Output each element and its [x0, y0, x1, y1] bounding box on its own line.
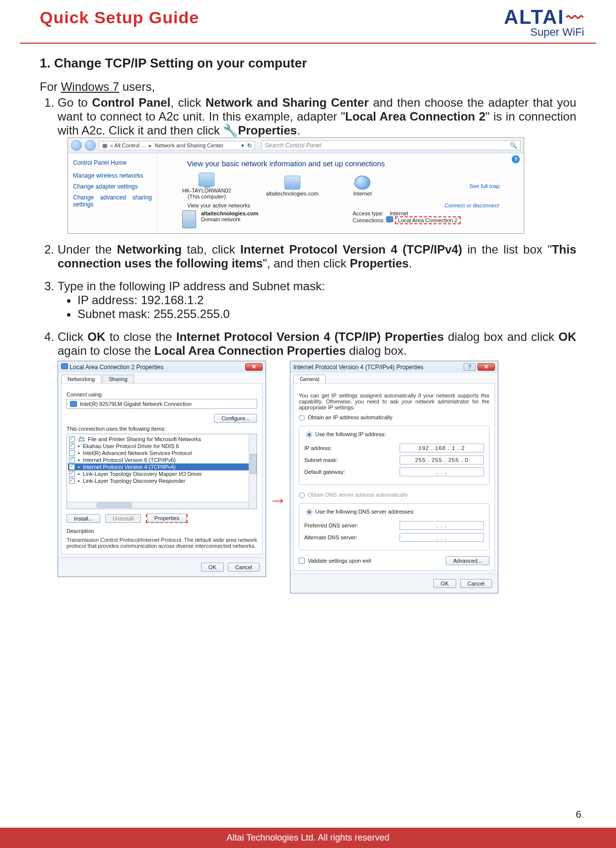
section-heading: 1. Change TCP/IP Setting on your compute… [40, 56, 576, 71]
logo-swoosh-icon: 〰 [566, 10, 584, 26]
computer-icon [199, 173, 214, 187]
main-heading: View your basic network information and … [187, 159, 519, 168]
arrow-icon: → [269, 361, 287, 511]
network-icon [284, 176, 300, 190]
checkbox-icon[interactable] [69, 443, 75, 449]
step-1: Go to Control Panel, click Network and S… [58, 96, 576, 234]
validate-checkbox[interactable] [299, 558, 305, 564]
checkbox-icon[interactable] [69, 450, 75, 456]
configure-button[interactable]: Configure... [214, 414, 257, 423]
view-active-label: View your active networks [187, 202, 250, 208]
checkbox-icon[interactable] [69, 478, 75, 484]
subnet-mask-field[interactable]: 255 . 255 . 255 . 0 [400, 456, 484, 464]
radio-manual-dns[interactable] [306, 509, 312, 515]
info-text: You can get IP settings assigned automat… [299, 392, 489, 410]
checkbox-icon[interactable] [69, 436, 75, 442]
sidebar-link-advanced[interactable]: Change advanced sharing settings [73, 194, 152, 208]
help-button[interactable]: ? [464, 363, 476, 371]
cancel-button[interactable]: Cancel [460, 579, 492, 588]
control-panel-icon: ▦ [102, 142, 107, 149]
sidebar-link-wireless[interactable]: Manage wireless networks [73, 172, 152, 179]
scrollbar-horizontal[interactable] [67, 502, 249, 509]
description-label: Description [67, 528, 257, 534]
footer-copyright: Altai Technologies Ltd. All rights reser… [0, 828, 616, 848]
connection-link-highlighted[interactable]: Local Area Connection 2 [395, 216, 461, 224]
advanced-button[interactable]: Advanced... [446, 556, 489, 565]
subnet-mask-value: Subnet mask: 255.255.255.0 [77, 307, 576, 321]
install-button[interactable]: Install... [67, 514, 100, 523]
search-icon: 🔍 [510, 142, 517, 149]
step-2: Under the Networking tab, click Internet… [58, 243, 576, 270]
connect-disconnect-link[interactable]: Connect or disconnect [445, 202, 499, 208]
protocol-list[interactable]: 📇 File and Printer Sharing for Microsoft… [67, 434, 257, 509]
sidebar-home[interactable]: Control Panel Home [73, 159, 152, 166]
radio-auto-dns [299, 492, 305, 498]
nic-icon [70, 401, 77, 407]
refresh-icon[interactable]: ↻ [247, 142, 252, 149]
properties-button-highlighted[interactable]: Properties [147, 514, 187, 522]
uninstall-button: Uninstall [105, 514, 141, 523]
breadcrumb[interactable]: ▦ « All Control ...▸ Network and Sharing… [99, 141, 255, 150]
tab-networking[interactable]: Networking [61, 375, 101, 383]
intro-line: For Windows 7 users, [40, 80, 576, 94]
tab-sharing[interactable]: Sharing [102, 375, 134, 383]
screenshot-connection-properties: Local Area Connection 2 Properties ✕ Net… [58, 361, 266, 577]
sidebar-link-adapter[interactable]: Change adapter settings [73, 183, 152, 190]
nic-field: Intel(R) 82579LM Gigabit Network Connect… [67, 399, 257, 409]
connect-using-label: Connect using: [67, 391, 257, 397]
scrollbar-vertical[interactable] [249, 434, 257, 509]
tab-general[interactable]: General [293, 375, 326, 383]
checkbox-icon[interactable] [69, 471, 75, 477]
search-input[interactable]: Search Control Panel🔍 [261, 140, 521, 150]
domain-name: altaitechnologies.com [201, 210, 259, 216]
radio-auto-ip[interactable] [299, 415, 305, 421]
see-full-map-link[interactable]: See full map [470, 183, 500, 189]
gateway-field[interactable]: . . . [400, 467, 484, 476]
description-text: Transmission Control Protocol/Internet P… [67, 537, 257, 549]
page-number: 6 [576, 809, 581, 820]
checkbox-icon[interactable] [69, 464, 75, 470]
ip-address-value: IP address: 192.168.1.2 [77, 293, 576, 307]
step-4: Click OK to close the Internet Protocol … [58, 330, 576, 593]
window-icon [61, 363, 68, 369]
radio-manual-ip[interactable] [306, 432, 312, 438]
cancel-button[interactable]: Cancel [228, 563, 260, 572]
domain-type: Domain network [201, 216, 259, 222]
step-3: Type in the following IP address and Sub… [58, 279, 576, 321]
adapter-icon [386, 216, 393, 222]
dns2-field[interactable]: . . . [400, 533, 484, 542]
ok-button[interactable]: OK [201, 563, 224, 572]
brand-logo: ALTAI〰 Super WiFi [504, 8, 584, 39]
list-item-selected[interactable]: ▪ Internet Protocol Version 4 (TCP/IPv4) [68, 463, 256, 470]
forward-button[interactable] [85, 140, 96, 151]
screenshot-network-sharing-center: ▦ « All Control ...▸ Network and Sharing… [68, 137, 524, 234]
checkbox-icon[interactable] [69, 457, 75, 463]
header-divider [20, 43, 596, 44]
server-icon [182, 210, 196, 228]
ip-address-field[interactable]: 192 . 168 . 1 . 2 [400, 444, 484, 453]
items-label: This connection uses the following items… [67, 426, 257, 432]
guide-title: Quick Setup Guide [40, 8, 199, 27]
ok-button[interactable]: OK [433, 579, 456, 588]
help-icon[interactable]: ? [512, 155, 520, 163]
screenshot-ipv4-properties: Internet Protocol Version 4 (TCP/IPv4) P… [290, 361, 498, 593]
internet-icon [354, 176, 370, 190]
close-button[interactable]: ✕ [245, 363, 263, 371]
dns1-field[interactable]: . . . [400, 521, 484, 530]
close-button[interactable]: ✕ [478, 363, 495, 371]
logo-text: ALTAI [504, 8, 564, 26]
sidebar: Control Panel Home Manage wireless netwo… [68, 153, 157, 233]
back-button[interactable] [71, 140, 82, 151]
